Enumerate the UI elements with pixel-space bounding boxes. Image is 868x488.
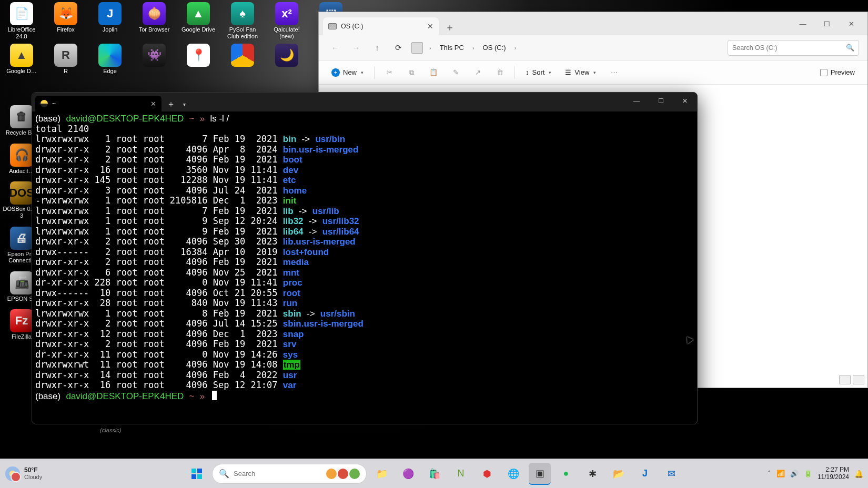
desktop-icon[interactable]: JJoplin (90, 2, 129, 39)
taskbar[interactable]: 50°F Cloudy 🔍 📁 🟣 🛍️ N ⬢ 🌐 ▣ ● ✱ 📂 J ✉ ˄ (0, 459, 868, 488)
close-button[interactable]: ✕ (673, 93, 697, 109)
tray-overflow-button[interactable]: ˄ (768, 470, 771, 477)
app-icon: ▲ (187, 2, 210, 25)
desktop-icon[interactable]: x²Qalculate! (new) (267, 2, 306, 39)
preview-toggle[interactable]: Preview (815, 64, 860, 81)
chevron-right-icon[interactable]: › (471, 45, 476, 51)
svg-rect-0 (191, 469, 196, 473)
explorer-taskbar-2[interactable]: 📂 (608, 463, 630, 485)
minimize-button[interactable]: — (791, 15, 815, 32)
desktop-icon[interactable]: 👾 (135, 44, 174, 75)
svg-rect-2 (191, 474, 196, 479)
copilot-taskbar[interactable]: 🟣 (397, 463, 419, 485)
app-icon: 🗑 (10, 105, 33, 128)
explorer-window-controls: — ☐ ✕ (791, 15, 863, 32)
up-button[interactable]: ↑ (369, 40, 385, 56)
search-icon: 🔍 (846, 44, 854, 52)
app-icon: 📄 (10, 2, 33, 25)
taskbar-right: ˄ 📶 🔊 🔋 2:27 PM 11/19/2024 🔔 (768, 466, 863, 481)
svg-rect-3 (197, 474, 202, 479)
weather-icon (5, 466, 20, 481)
terminal-taskbar[interactable]: ▣ (529, 463, 551, 485)
file-explorer-taskbar[interactable]: 📁 (371, 463, 393, 485)
desktop-icon[interactable] (223, 44, 262, 75)
maximize-button[interactable]: ☐ (815, 15, 839, 32)
breadcrumb-this-pc[interactable]: This PC (438, 42, 466, 54)
rename-button[interactable]: ✎ (446, 64, 465, 81)
desktop-icon[interactable]: RR (46, 44, 85, 75)
new-tab-button[interactable]: ＋ (442, 19, 458, 35)
volume-icon[interactable]: 🔊 (790, 470, 799, 477)
battery-icon[interactable]: 🔋 (804, 470, 812, 477)
spotify-taskbar[interactable]: ● (555, 463, 577, 485)
slack-taskbar[interactable]: ✱ (581, 463, 603, 485)
terminal-body[interactable]: (base) david@DESKTOP-EPK4HED ~ » ls -l /… (32, 111, 697, 424)
start-button[interactable] (186, 463, 208, 485)
desktop-icon[interactable]: Edge (90, 44, 129, 75)
notepadpp-taskbar[interactable]: N (450, 463, 472, 485)
weather-widget[interactable]: 50°F Cloudy (5, 466, 42, 481)
desktop-icon[interactable]: 🧅Tor Browser (135, 2, 174, 39)
chevron-right-icon[interactable]: › (428, 45, 432, 51)
refresh-button[interactable]: ⟳ (390, 40, 406, 56)
icon-label: R (64, 68, 68, 75)
joplin-taskbar[interactable]: J (634, 463, 656, 485)
notifications-button[interactable]: 🔔 (854, 469, 863, 479)
desktop-icon[interactable]: ♠PySol Fan Club edition (223, 2, 262, 39)
desktop-icon[interactable]: ▲Google Drive (179, 2, 218, 39)
chrome-taskbar[interactable]: 🌐 (502, 463, 524, 485)
explorer-tab[interactable]: OS (C:) ✕ (323, 17, 439, 35)
close-tab-button[interactable]: ✕ (150, 100, 156, 108)
app-taskbar[interactable]: ⬢ (476, 463, 498, 485)
sort-button[interactable]: ↕ Sort▾ (520, 64, 557, 81)
more-button[interactable]: ⋯ (604, 64, 623, 81)
store-taskbar[interactable]: 🛍️ (423, 463, 446, 485)
view-button[interactable]: ☰ View▾ (560, 64, 601, 81)
app-icon: x² (275, 2, 298, 25)
outlook-taskbar[interactable]: ✉ (660, 463, 682, 485)
share-button[interactable]: ↗ (468, 64, 487, 81)
tab-dropdown-button[interactable]: ▾ (178, 97, 190, 111)
cut-button[interactable]: ✂ (380, 64, 399, 81)
new-button[interactable]: +New▾ (326, 64, 369, 81)
tiles-view-button[interactable] (853, 375, 864, 384)
taskbar-search[interactable]: 🔍 (212, 464, 367, 484)
taskbar-search-input[interactable] (234, 470, 322, 477)
app-icon: DOS (10, 181, 33, 205)
breadcrumb-drive[interactable]: OS (C:) (481, 42, 508, 54)
wifi-icon[interactable]: 📶 (776, 470, 785, 477)
desktop-icon[interactable]: 📍 (179, 44, 218, 75)
delete-button[interactable]: 🗑 (490, 64, 509, 81)
desktop-icon[interactable]: ▲Google D… (2, 44, 41, 75)
forward-button[interactable]: → (348, 40, 364, 56)
chevron-down-icon: ▾ (361, 70, 364, 75)
terminal-window[interactable]: ~ ✕ ＋ ▾ — ☐ ✕ (base) david@DESKTOP-EPK4H… (32, 92, 698, 424)
icon-label: FileZilla (12, 333, 32, 340)
app-icon: 🧅 (143, 2, 166, 25)
copy-button[interactable]: ⧉ (402, 64, 421, 81)
taskbar-clock[interactable]: 2:27 PM 11/19/2024 (817, 466, 849, 481)
paste-button[interactable]: 📋 (424, 64, 443, 81)
separator (374, 66, 375, 79)
explorer-address-bar: ← → ↑ ⟳ › This PC › OS (C:) › 🔍 (319, 35, 867, 60)
desktop-icon[interactable]: 📄LibreOffice 24.8 (2, 2, 41, 39)
location-icon[interactable] (411, 42, 423, 54)
icon-label: Google Drive (181, 26, 215, 33)
explorer-search[interactable]: 🔍 (728, 40, 859, 56)
clock-date: 11/19/2024 (817, 474, 849, 481)
details-view-button[interactable] (839, 375, 851, 384)
explorer-search-input[interactable] (732, 44, 843, 52)
close-button[interactable]: ✕ (839, 15, 863, 32)
back-button[interactable]: ← (327, 40, 343, 56)
close-tab-button[interactable]: ✕ (427, 22, 433, 30)
new-tab-button[interactable]: ＋ (164, 97, 178, 111)
desktop-icon[interactable]: 🦊Firefox (46, 2, 85, 39)
terminal-tab[interactable]: ~ ✕ (35, 96, 162, 111)
chevron-right-icon[interactable]: › (513, 45, 518, 51)
desktop-icon[interactable]: 🌙 (267, 44, 306, 75)
minimize-button[interactable]: — (624, 93, 649, 109)
system-tray[interactable]: ˄ 📶 🔊 🔋 (768, 470, 812, 477)
maximize-button[interactable]: ☐ (649, 93, 673, 109)
explorer-view-switch (839, 375, 864, 384)
separator (514, 66, 515, 79)
